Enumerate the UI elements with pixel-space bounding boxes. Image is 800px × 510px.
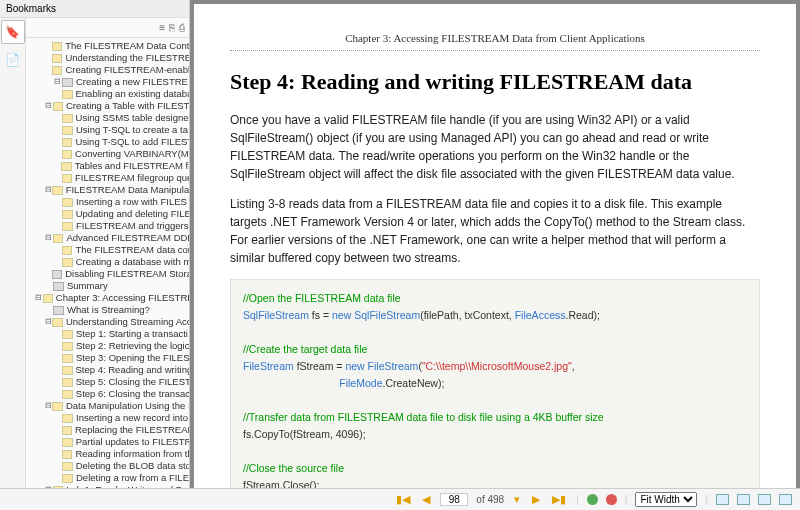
bookmark-item[interactable]: ⊟Chapter 3: Accessing FILESTREAM [26,292,189,304]
bookmark-item[interactable]: Reading information from th [26,448,189,460]
document-viewport: Chapter 3: Accessing FILESTREAM Data fro… [190,0,800,488]
continuous-view[interactable] [737,494,750,505]
bookmark-item[interactable]: Using SSMS table designer [26,112,189,124]
pages-tab[interactable]: 📄 [1,48,25,72]
bookmark-item[interactable]: ⊟Data Manipulation Using the St [26,400,189,412]
bookmarks-tab[interactable]: 🔖 [1,20,25,44]
bookmark-item[interactable]: The FILESTREAM data con [26,244,189,256]
bookmark-item[interactable]: Step 4: Reading and writing [26,364,189,376]
tree-toolbar: ≡ ⎘ ⎙ [26,18,189,38]
bookmark-item[interactable]: Tables and FILESTREAM file [26,160,189,172]
bookmark-item[interactable]: ⊟Advanced FILESTREAM DDL [26,232,189,244]
single-page-view[interactable] [716,494,729,505]
page: Chapter 3: Accessing FILESTREAM Data fro… [194,4,796,488]
paragraph: Listing 3-8 reads data from a FILESTREAM… [230,195,760,267]
page-total: of 498 [476,494,504,505]
bookmark-item[interactable]: Using T-SQL to create a ta [26,124,189,136]
bookmark-item[interactable]: Enabling an existing databa [26,88,189,100]
bookmark-item[interactable]: Step 3: Opening the FILES [26,352,189,364]
prev-page-button[interactable]: ◀ [420,493,432,506]
bottom-toolbar: ▮◀ ◀ of 498 ▾ ▶ ▶▮ | | Fit Width | [0,488,800,510]
bookmark-item[interactable]: Disabling FILESTREAM Storage [26,268,189,280]
bookmark-item[interactable]: ⊟Understanding Streaming Acce [26,316,189,328]
bookmarks-tree[interactable]: The FILESTREAM Data ContainUnderstanding… [26,38,189,488]
bookmark-item[interactable]: Understanding the FILESTRE… [26,52,189,64]
bookmark-item[interactable]: Step 1: Starting a transacti [26,328,189,340]
side-tabs: 🔖 📄 [0,18,26,488]
bookmarks-panel: Bookmarks 🔖 📄 ≡ ⎘ ⎙ The FILESTREAM Data … [0,0,190,488]
bookmark-item[interactable]: FILESTREAM filegroup quer [26,172,189,184]
bookmark-item[interactable]: Step 6: Closing the transac [26,388,189,400]
last-page-button[interactable]: ▶▮ [550,493,568,506]
bookmark-item[interactable]: Using T-SQL to add FILEST [26,136,189,148]
next-page-button[interactable]: ▶ [530,493,542,506]
page-number-input[interactable] [440,493,468,506]
bookmark-item[interactable]: Inserting a row with FILES [26,196,189,208]
section-title: Step 4: Reading and writing FILESTREAM d… [230,69,760,95]
bookmark-item[interactable]: Updating and deleting FILE [26,208,189,220]
first-page-button[interactable]: ▮◀ [394,493,412,506]
bookmark-item[interactable]: Summary [26,280,189,292]
bookmark-item[interactable]: Replacing the FILESTREAM [26,424,189,436]
tree-tool-icon[interactable]: ⎘ [169,22,175,33]
zoom-select[interactable]: Fit Width [635,492,697,507]
bookmark-item[interactable]: Step 2: Retrieving the logic [26,340,189,352]
chapter-header: Chapter 3: Accessing FILESTREAM Data fro… [230,32,760,44]
next-page-dropdown[interactable]: ▾ [512,493,522,506]
bookmark-item[interactable]: Inserting a new record into [26,412,189,424]
panel-title: Bookmarks [0,0,189,18]
bookmark-item[interactable]: Deleting the BLOB data sto [26,460,189,472]
bookmark-item[interactable]: What is Streaming? [26,304,189,316]
bookmark-item[interactable]: Creating a database with m [26,256,189,268]
page-scroll[interactable]: Chapter 3: Accessing FILESTREAM Data fro… [190,0,800,488]
bookmark-item[interactable]: ⊟Creating a Table with FILESTR [26,100,189,112]
chapter-rule [230,50,760,51]
bookmark-item[interactable]: Partial updates to FILESTR [26,436,189,448]
bookmark-item[interactable]: ⊟FILESTREAM Data Manipulatio [26,184,189,196]
bookmark-item[interactable]: ⊟Creating a new FILESTRE [26,76,189,88]
bookmark-item[interactable]: Creating FILESTREAM-enabled [26,64,189,76]
bookmark-item[interactable]: The FILESTREAM Data Contain [26,40,189,52]
paragraph: Once you have a valid FILESTREAM file ha… [230,111,760,183]
code-listing: //Open the FILESTREAM data file SqlFileS… [230,279,760,488]
bookmark-item[interactable]: Deleting a row from a FILE [26,472,189,484]
forward-button[interactable] [606,494,617,505]
tree-tool-icon[interactable]: ⎙ [179,22,185,33]
bookmark-item[interactable]: Step 5: Closing the FILEST [26,376,189,388]
facing-view[interactable] [758,494,771,505]
bookmark-item[interactable]: Converting VARBINARY(MA [26,148,189,160]
tree-tool-icon[interactable]: ≡ [159,22,165,33]
back-button[interactable] [587,494,598,505]
bookmark-item[interactable]: FILESTREAM and triggers [26,220,189,232]
continuous-facing-view[interactable] [779,494,792,505]
